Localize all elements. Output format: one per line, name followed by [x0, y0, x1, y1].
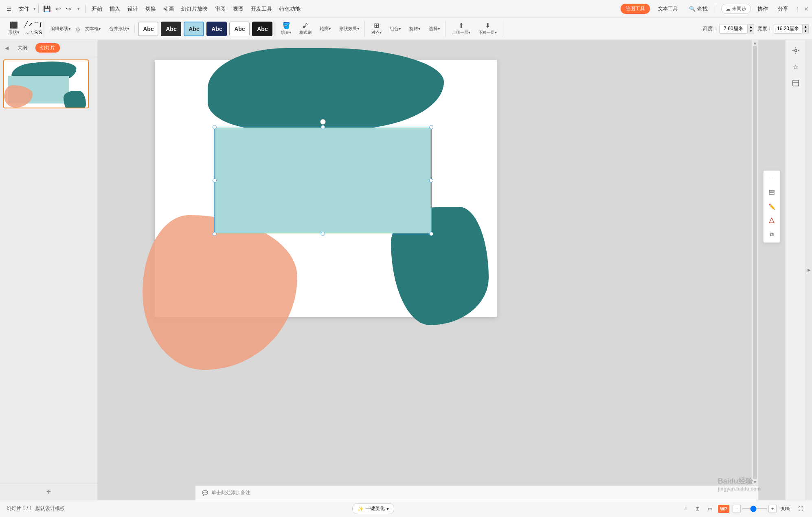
menu-item-view[interactable]: 视图 — [230, 4, 247, 14]
rotate-button[interactable]: 旋转▾ — [406, 24, 424, 33]
shape-wavy2[interactable]: ≈ — [31, 29, 33, 37]
sidebar-template-icon[interactable] — [788, 76, 803, 90]
fullscreen-button[interactable]: ⛶ — [796, 505, 805, 513]
float-minus-button[interactable]: − — [765, 172, 778, 185]
select-button[interactable]: 选择▾ — [426, 24, 443, 33]
comment-bar[interactable]: 💬 单击此处添加备注 — [195, 485, 758, 500]
shape-curve2[interactable]: ∫ — [40, 21, 42, 29]
canvas-area[interactable]: − ✏️ ⧉ Baidu经验 jingyan.baidu.com 💬 单击此处添… — [98, 40, 785, 500]
float-shape-button[interactable] — [765, 214, 778, 227]
scroll-thumb[interactable] — [753, 46, 757, 479]
beauty-button[interactable]: ✨ 一键美化 ▾ — [352, 503, 394, 514]
share-button[interactable]: 分享 — [775, 4, 792, 14]
status-left: 幻灯片 1 / 1 默认设计模板 — [7, 505, 65, 512]
menu-item-start[interactable]: 开始 — [88, 4, 105, 14]
panel-tabs: ◀ 大纲 幻灯片 — [0, 40, 97, 56]
format-brush-button[interactable]: 🖌 格式刷 — [296, 21, 315, 37]
slide-canvas[interactable] — [155, 60, 497, 317]
sidebar-settings-icon[interactable] — [788, 43, 803, 58]
menu-item-file[interactable]: 文件 — [15, 4, 33, 14]
shape-effect-button[interactable]: 形状效果▾ — [336, 24, 363, 33]
search-button[interactable]: 🔍 查找 — [686, 4, 711, 14]
menu-item-devtools[interactable]: 开发工具 — [248, 4, 275, 14]
left-panel: ◀ 大纲 幻灯片 1 — [0, 40, 98, 500]
hamburger-menu[interactable]: ☰ — [3, 4, 15, 13]
collab-button[interactable]: 协作 — [754, 4, 771, 14]
style-box-white[interactable]: Abc — [229, 22, 250, 36]
menu-item-insert[interactable]: 插入 — [106, 4, 123, 14]
menu-item-slideshow[interactable]: 幻灯片放映 — [178, 4, 211, 14]
collapse-panel-button[interactable]: ◀ — [4, 44, 9, 52]
up-layer-icon: ⬆ — [459, 22, 464, 29]
style-box-light-blue[interactable]: Abc — [184, 22, 204, 36]
zoom-in-button[interactable]: + — [768, 505, 777, 513]
add-slide-button[interactable]: + — [46, 487, 51, 497]
sync-button[interactable]: ☁ 未同步 — [721, 4, 751, 14]
pink-blob-shape[interactable] — [143, 215, 297, 370]
group-button[interactable]: 组合▾ — [386, 24, 404, 33]
zoom-slider[interactable] — [742, 508, 767, 509]
close-window-icon[interactable]: ✕ — [804, 6, 809, 12]
light-rect-shape[interactable] — [215, 128, 431, 233]
down-layer-button[interactable]: ⬇ 下移一层▾ — [475, 21, 500, 37]
shape-s1[interactable]: S — [34, 29, 38, 37]
edit-shape-button[interactable]: 编辑形状▾ — [47, 24, 74, 33]
float-copy-button[interactable]: ⧉ — [765, 228, 778, 241]
wps-logo-button[interactable]: WP — [718, 505, 729, 513]
menu-item-review[interactable]: 审阅 — [212, 4, 229, 14]
view-single-button[interactable]: ▭ — [705, 505, 715, 513]
float-pen-button[interactable]: ✏️ — [765, 200, 778, 213]
far-right-toggle[interactable]: ▶ — [805, 40, 812, 500]
more-menu-icon[interactable]: ⋮ — [795, 6, 801, 12]
shape-s2[interactable]: S — [39, 29, 42, 37]
text-tool-button[interactable]: 文本工具 — [653, 4, 683, 14]
outline-tab[interactable]: 大纲 — [13, 43, 32, 53]
style-box-outline[interactable]: Abc — [138, 22, 158, 36]
width-input[interactable] — [774, 24, 802, 34]
merge-shapes-button[interactable]: 合并形状▾ — [106, 24, 133, 33]
text-box-button[interactable]: 文本框▾ — [82, 24, 104, 33]
align-button[interactable]: ⊞ 对齐▾ — [368, 21, 385, 37]
scroll-up[interactable]: ▲ — [753, 41, 757, 45]
draw-tool-button[interactable]: 绘图工具 — [621, 4, 650, 14]
style-box-navy[interactable]: Abc — [206, 22, 227, 36]
height-down[interactable]: ▼ — [748, 29, 754, 33]
align-icon: ⊞ — [374, 22, 379, 29]
height-input[interactable] — [719, 24, 748, 34]
shape-line1[interactable]: ╱ — [24, 21, 28, 29]
save-icon[interactable]: 💾 — [41, 4, 53, 13]
undo-dropdown[interactable]: ▾ — [74, 4, 83, 13]
shape-arrow1[interactable]: ↗ — [29, 21, 33, 29]
redo-icon[interactable]: ↪ — [64, 4, 73, 13]
slide-thumbnail-1[interactable] — [3, 59, 89, 108]
height-up[interactable]: ▲ — [748, 24, 754, 29]
menu-item-special[interactable]: 特色功能 — [276, 4, 304, 14]
outline-button[interactable]: 轮廓▾ — [316, 24, 334, 33]
comment-placeholder[interactable]: 单击此处添加备注 — [211, 489, 250, 496]
shape-wavy1[interactable]: ～ — [24, 29, 30, 37]
slides-tab[interactable]: 幻灯片 — [35, 43, 60, 53]
shape-curve1[interactable]: ⌒ — [34, 21, 39, 29]
sidebar-star-icon[interactable]: ☆ — [788, 59, 803, 74]
up-layer-button[interactable]: ⬆ 上移一层▾ — [449, 21, 474, 37]
style-box-black[interactable]: Abc — [252, 22, 272, 36]
menu-item-switch[interactable]: 切换 — [142, 4, 159, 14]
width-down[interactable]: ▼ — [802, 29, 809, 33]
vertical-scrollbar[interactable]: ▲ ▼ — [752, 40, 758, 485]
view-grid-button[interactable]: ⊞ — [693, 505, 702, 513]
menu-item-design[interactable]: 设计 — [124, 4, 141, 14]
zoom-out-button[interactable]: − — [733, 505, 741, 513]
view-list-button[interactable]: ≡ — [682, 505, 690, 513]
file-dropdown-icon[interactable]: ▾ — [33, 6, 36, 11]
menu-item-animation[interactable]: 动画 — [160, 4, 177, 14]
shape-diamond-icon[interactable]: ◇ — [76, 26, 80, 32]
width-up[interactable]: ▲ — [802, 24, 809, 29]
undo-icon[interactable]: ↩ — [54, 4, 63, 13]
shapes-button[interactable]: ⬛ 形状▾ — [5, 21, 23, 37]
fill-button[interactable]: 🪣 填充▾ — [278, 21, 294, 37]
float-layers-button[interactable] — [765, 186, 778, 199]
style-box-dark[interactable]: Abc — [161, 22, 181, 36]
scroll-down[interactable]: ▼ — [753, 480, 757, 484]
teal-top-shape[interactable] — [208, 48, 444, 130]
width-label: 宽度： — [757, 25, 772, 32]
